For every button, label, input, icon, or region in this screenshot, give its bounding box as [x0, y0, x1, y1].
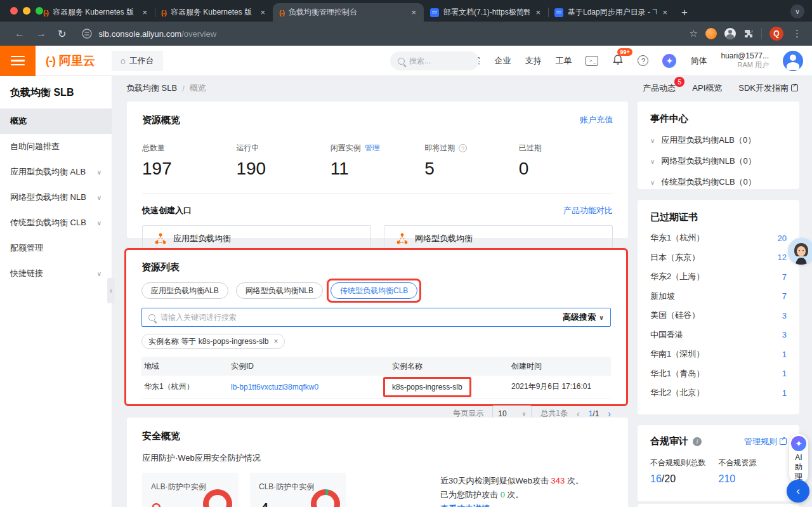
extension-avatar-icon[interactable]	[724, 28, 736, 39]
browser-menu-icon[interactable]: ⋮	[791, 28, 803, 39]
notifications-bell[interactable]: 99+	[612, 54, 624, 67]
tab-close-icon[interactable]: ×	[534, 8, 542, 17]
chevron-down-icon: ∨	[650, 158, 655, 165]
back-icon[interactable]: ←	[9, 28, 30, 39]
resource-search-box[interactable]: 高级搜索 ∨	[141, 308, 611, 327]
aliyun-logo-icon: (-)	[46, 55, 55, 68]
sidebar-item-troubleshoot[interactable]: 自助问题排查	[0, 134, 112, 159]
workbench-button[interactable]: ⌂ 工作台	[112, 51, 163, 71]
filter-tag[interactable]: 实例名称 等于 k8s-pops-ingress-slb ×	[141, 334, 285, 349]
browser-profile-badge[interactable]: Q	[769, 27, 783, 41]
stat-value: 197	[142, 159, 236, 179]
reload-icon[interactable]: ↻	[52, 28, 72, 40]
floating-avatar[interactable]	[788, 238, 812, 265]
remove-filter-icon[interactable]: ×	[273, 337, 278, 346]
cert-count[interactable]: 3	[782, 311, 787, 320]
close-window-button[interactable]	[10, 7, 18, 15]
cert-count[interactable]: 1	[782, 388, 787, 398]
attack-detail-link[interactable]: 查看攻击详情	[440, 504, 490, 507]
browser-tab-5[interactable]: 基于Ldap同步用户目录 - 飞书云 ×	[548, 3, 675, 22]
advanced-search-button[interactable]: 高级搜索 ∨	[563, 312, 604, 323]
recharge-link[interactable]: 账户充值	[580, 114, 613, 126]
sidebar-item-overview[interactable]: 概览	[0, 109, 112, 134]
tab-close-icon[interactable]: ×	[141, 8, 148, 17]
ai-assistant-icon[interactable]: ✦	[662, 54, 676, 68]
rules-value[interactable]: 16	[650, 473, 662, 484]
new-tab-button[interactable]: +	[675, 6, 694, 22]
breadcrumb-root[interactable]: 负载均衡 SLB	[126, 82, 177, 94]
sidebar-item-nlb[interactable]: 网络型负载均衡 NLB∨	[0, 185, 112, 210]
stat-label: 运行中	[236, 143, 259, 154]
manage-rules-link[interactable]: 管理规则	[744, 436, 787, 447]
topnav-link-enterprise[interactable]: 企业	[494, 55, 511, 67]
docs-favicon-icon	[430, 8, 439, 17]
topnav-link-ticket[interactable]: 工单	[555, 55, 572, 67]
ai-assistant-button[interactable]: ✦ AI助理	[789, 434, 808, 484]
advanced-search-label: 高级搜索	[563, 312, 596, 323]
aliyun-logo[interactable]: (-) 阿里云	[46, 53, 95, 69]
aliyun-favicon-icon: (-)	[43, 9, 48, 16]
tab-clb[interactable]: 传统型负载均衡CLB	[331, 282, 417, 299]
resources-value[interactable]: 210	[719, 473, 736, 484]
tab-search-button[interactable]: ∨	[790, 4, 804, 18]
load-balancer-icon	[154, 232, 167, 245]
attack-text: 近30天内检测到疑似Web攻击	[440, 476, 549, 485]
tab-close-icon[interactable]: ×	[259, 8, 266, 17]
cert-count[interactable]: 12	[778, 253, 787, 262]
resource-search-input[interactable]	[160, 313, 558, 322]
product-news-link[interactable]: 产品动态 5	[643, 82, 676, 94]
security-title: 安全概览	[142, 430, 613, 442]
extension-orange-icon[interactable]	[705, 28, 717, 39]
topnav-link-support[interactable]: 支持	[525, 55, 541, 67]
sidebar-item-alb[interactable]: 应用型负载均衡 ALB∨	[0, 159, 112, 185]
minimize-window-button[interactable]	[23, 7, 30, 15]
tab-close-icon[interactable]: ×	[661, 8, 669, 17]
cert-count[interactable]: 1	[782, 369, 787, 378]
browser-tab-2[interactable]: (-) 容器服务 Kubernetes 版 ×	[155, 3, 273, 22]
docs-favicon-icon	[554, 8, 563, 17]
idle-manage-link[interactable]: 管理	[365, 143, 380, 154]
tab-alb[interactable]: 应用型负载均衡ALB	[141, 282, 228, 299]
event-item-alb[interactable]: ∨ 应用型负载均衡ALB（0）	[650, 135, 787, 146]
cert-count[interactable]: 7	[782, 272, 787, 282]
cert-count[interactable]: 3	[782, 330, 787, 339]
event-item-nlb[interactable]: ∨ 网络型负载均衡NLB（0）	[650, 155, 787, 167]
security-overview-card: 安全概览 应用防护·Web应用安全防护情况 ALB·防护中实例 0 CLB·防护…	[127, 418, 628, 507]
instance-id-link[interactable]: lb-bp1tt6vxctuzi38mqfkw0	[231, 383, 318, 392]
sidebar-collapse-handle[interactable]: ‹	[107, 278, 115, 303]
cert-count[interactable]: 7	[782, 291, 787, 301]
bookmark-star-icon[interactable]: ☆	[690, 28, 698, 39]
url-bar[interactable]: slb.console.aliyun.com/overview	[98, 29, 216, 39]
tab-close-icon[interactable]: ×	[410, 8, 417, 17]
browser-tab-1[interactable]: (-) 容器服务 Kubernetes 版 ×	[37, 3, 155, 22]
help-icon[interactable]: ?	[638, 55, 648, 66]
event-item-clb[interactable]: ∨ 传统型负载均衡CLB（0）	[650, 176, 787, 188]
cloudshell-icon[interactable]: ＞_	[586, 56, 598, 66]
browser-tab-active[interactable]: (-) 负载均衡管理控制台 ×	[273, 3, 424, 22]
chevron-down-icon: ∨	[97, 194, 102, 201]
browser-tab-4[interactable]: 部署文档(7.1)-https极简甄享版 ×	[424, 3, 548, 22]
extensions-puzzle-icon[interactable]	[743, 29, 754, 39]
products-menu-button[interactable]	[0, 46, 36, 76]
compare-link[interactable]: 产品功能对比	[563, 205, 613, 216]
site-info-icon[interactable]	[82, 29, 92, 39]
forward-icon[interactable]: →	[30, 28, 52, 39]
notification-badge: 99+	[617, 48, 632, 56]
account-block[interactable]: huari@1577... RAM 用户	[721, 51, 769, 70]
info-icon[interactable]: i	[693, 437, 702, 446]
collapse-panel-button[interactable]: ‹	[787, 480, 809, 503]
sidebar-item-quota[interactable]: 配额管理	[0, 235, 112, 261]
language-switch[interactable]: 简体	[690, 55, 707, 67]
cert-count[interactable]: 20	[778, 234, 787, 243]
api-overview-link[interactable]: API概览	[692, 82, 722, 94]
account-avatar[interactable]	[783, 51, 803, 71]
topnav-search-input[interactable]: 搜索...	[390, 51, 479, 70]
cert-count[interactable]: 1	[782, 350, 787, 359]
clb-protection-panel: CLB·防护中实例 4	[250, 473, 346, 507]
help-circle-icon[interactable]: ?	[459, 144, 467, 152]
tab-nlb[interactable]: 网络型负载均衡NLB	[236, 282, 323, 299]
sidebar-item-clb[interactable]: 传统型负载均衡 CLB∨	[0, 210, 112, 235]
resource-list-title: 资源列表	[141, 261, 611, 273]
sidebar-item-shortcuts[interactable]: 快捷链接∨	[0, 261, 112, 286]
sdk-guide-link[interactable]: SDK开发指南	[738, 82, 798, 94]
